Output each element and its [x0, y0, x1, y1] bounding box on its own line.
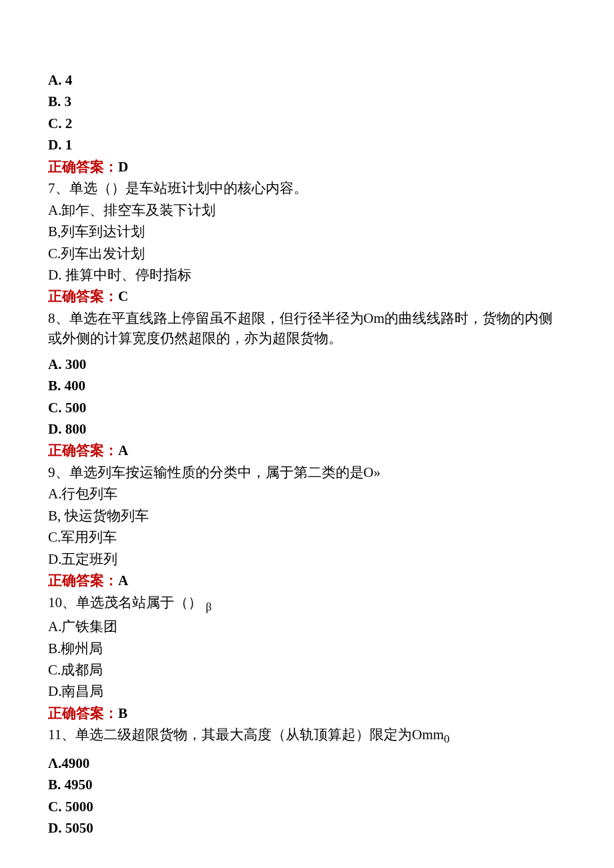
q7-answer: 正确答案：C — [48, 286, 566, 306]
q10-option-d: D.南昌局 — [48, 681, 566, 701]
q11-option-c: C. 5000 — [48, 797, 566, 817]
q7-stem: 7、单选（）是车站班计划中的核心内容。 — [48, 178, 566, 198]
document-page: A. 4 B. 3 C. 2 D. 1 正确答案：D 7、单选（）是车站班计划中… — [0, 0, 614, 867]
answer-value: D — [118, 159, 128, 175]
answer-label: 正确答案： — [48, 159, 118, 175]
q7-option-d: D. 推算中时、停时指标 — [48, 265, 566, 285]
q11-stem: 11、单选二级超限货物，其最大高度（从轨顶算起）限定为Omm0 — [48, 725, 566, 748]
answer-value: A — [118, 572, 128, 588]
q8-option-a: A. 300 — [48, 354, 566, 374]
q11-option-d: D. 5050 — [48, 818, 566, 838]
q11-option-a: Λ.4900 — [48, 753, 566, 773]
q10-option-a: A.广铁集团 — [48, 616, 566, 636]
answer-label: 正确答案： — [48, 288, 118, 304]
q8-stem: 8、单选在平直线路上停留虽不超限，但行径半径为Om的曲线线路时，货物的内侧或外侧… — [48, 308, 566, 349]
q10-stem: 10、单选茂名站属于（） β — [48, 592, 566, 616]
answer-value: C — [118, 288, 128, 304]
q6-option-b: B. 3 — [48, 91, 566, 111]
q6-option-c: C. 2 — [48, 113, 566, 133]
q9-option-a: A.行包列车 — [48, 484, 566, 504]
stem-subscript: β — [206, 600, 212, 613]
q11-option-b: B. 4950 — [48, 775, 566, 795]
q10-option-b: B.柳州局 — [48, 638, 566, 659]
q6-answer: 正确答案：D — [48, 157, 566, 177]
answer-label: 正确答案： — [48, 572, 118, 588]
stem-subscript: 0 — [444, 732, 450, 745]
q7-option-a: A.卸乍、排空车及装下计划 — [48, 200, 566, 220]
answer-value: A — [118, 442, 128, 458]
stem-text: 10、单选茂名站属于（） — [48, 594, 202, 610]
q8-option-c: C. 500 — [48, 398, 566, 418]
q10-answer: 正确答案：B — [48, 703, 566, 723]
q8-option-d: D. 800 — [48, 419, 566, 439]
q6-option-a: A. 4 — [48, 70, 566, 90]
q9-option-b: B, 快运货物列车 — [48, 506, 566, 526]
q6-option-d: D. 1 — [48, 135, 566, 155]
q9-option-c: C.军用列车 — [48, 527, 566, 547]
q7-option-c: C.列车出发计划 — [48, 244, 566, 264]
q7-option-b: B,列车到达计划 — [48, 222, 566, 242]
q8-option-b: B. 400 — [48, 376, 566, 396]
answer-label: 正确答案： — [48, 705, 118, 721]
answer-label: 正确答案： — [48, 442, 118, 458]
answer-value: B — [118, 705, 127, 721]
q9-option-d: D.五定班列 — [48, 549, 566, 569]
q10-option-c: C.成都局 — [48, 660, 566, 680]
stem-text: 11、单选二级超限货物，其最大高度（从轨顶算起）限定为Omm — [48, 727, 444, 743]
q9-stem: 9、单选列车按运输性质的分类中，属于第二类的是O» — [48, 462, 566, 482]
q9-answer: 正确答案：A — [48, 570, 566, 590]
q8-answer: 正确答案：A — [48, 440, 566, 460]
